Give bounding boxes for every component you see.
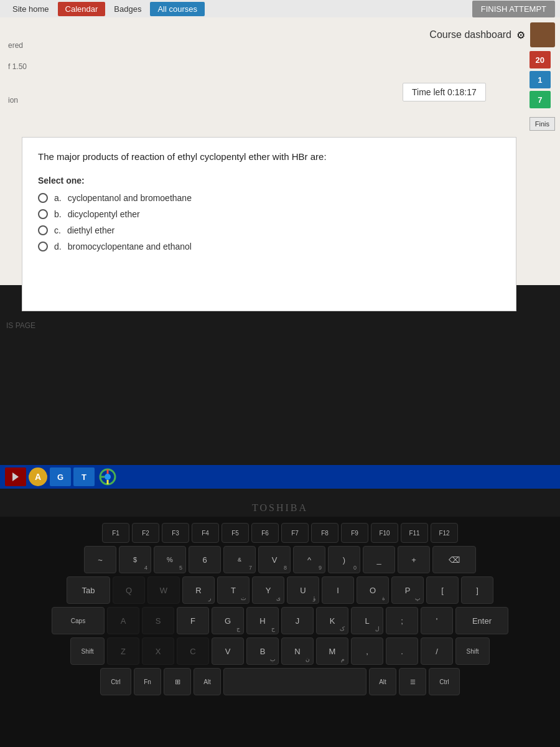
key-o[interactable]: Oة [357,576,389,604]
key-u[interactable]: Uؤ [287,576,319,604]
key-c[interactable]: C [177,637,209,665]
key-slash[interactable]: / [421,637,453,665]
key-f4[interactable]: F4 [192,523,219,543]
a-icon: A [35,472,41,482]
nav-all-courses[interactable]: All courses [150,2,205,16]
key-t[interactable]: Tت [217,576,250,604]
taskbar-btn-1[interactable] [5,467,26,486]
key-y[interactable]: Yی [252,576,284,604]
key-i[interactable]: I [322,576,354,604]
avatar [530,22,555,47]
key-m[interactable]: Mم [316,637,348,665]
key-period[interactable]: . [386,637,418,665]
taskbar-btn-4[interactable]: T [73,467,95,486]
key-b[interactable]: Bب [246,637,279,665]
nav-badges[interactable]: Badges [106,2,149,16]
key-enter[interactable]: Enter [455,607,508,634]
radio-d[interactable] [38,242,48,251]
radio-b[interactable] [38,209,48,219]
key-w[interactable]: W [147,576,180,604]
page-nav-label: IS PAGE [6,321,35,330]
taskbar-btn-2[interactable]: A [29,467,47,486]
key-alt-l[interactable]: Alt [194,668,221,695]
question-numbers: 20 1 7 Finis [530,51,555,131]
key-l[interactable]: Lل [351,607,383,634]
key-f1[interactable]: F1 [102,523,129,543]
option-c-id: c. [54,225,61,235]
svg-point-2 [105,474,111,480]
finish-side-btn[interactable]: Finis [530,117,555,131]
nav-site-home[interactable]: Site home [5,2,57,16]
key-shift-l[interactable]: Shift [70,637,105,665]
key-r[interactable]: Rر [182,576,215,604]
key-fn[interactable]: Fn [134,668,161,695]
key-5[interactable]: V8 [258,546,291,573]
key-f2[interactable]: F2 [132,523,159,543]
option-a-id: a. [54,193,62,203]
key-f7[interactable]: F7 [281,523,309,543]
number-badge-1: 1 [530,71,551,88]
taskbar-btn-3[interactable]: G [50,467,71,486]
key-6[interactable]: ^9 [293,546,325,573]
key-h[interactable]: Hح [246,607,279,634]
radio-c[interactable] [38,225,48,235]
key-shift-r[interactable]: Shift [455,637,490,665]
option-c[interactable]: c. diethyl ether [38,225,500,235]
radio-a[interactable] [38,193,48,203]
key-k[interactable]: Kک [316,607,348,634]
key-win[interactable]: ⊞ [164,668,191,695]
key-f3[interactable]: F3 [162,523,189,543]
option-a[interactable]: a. cyclopentanol and bromoethane [38,193,500,203]
marks-label: f 1.50 [8,62,27,71]
key-f9[interactable]: F9 [341,523,368,543]
key-a[interactable]: A [107,607,139,634]
key-tab[interactable]: Tab [67,576,110,604]
key-tilde[interactable]: ~ [84,546,116,573]
key-n[interactable]: Nن [281,637,314,665]
key-bracket-r[interactable]: ] [461,576,493,604]
key-4[interactable]: &7 [223,546,256,573]
key-ctrl-r[interactable]: Ctrl [429,668,460,695]
key-f5[interactable]: F5 [222,523,249,543]
key-ctrl-l[interactable]: Ctrl [100,668,131,695]
option-b[interactable]: b. dicyclopentyl ether [38,209,500,219]
key-p[interactable]: Pپ [391,576,424,604]
option-b-text: dicyclopentyl ether [68,209,140,219]
key-9[interactable]: + [398,546,430,573]
key-3[interactable]: 6 [189,546,221,573]
key-menu[interactable]: ☰ [399,668,426,695]
key-q[interactable]: Q [113,576,145,604]
key-v[interactable]: V [212,637,244,665]
option-d[interactable]: d. bromocyclopentane and ethanol [38,242,500,251]
key-quote[interactable]: ' [421,607,453,634]
option-b-id: b. [54,209,62,219]
finish-attempt-button[interactable]: FINISH ATTEMPT [472,1,555,17]
key-1[interactable]: $4 [119,546,151,573]
key-x[interactable]: X [142,637,174,665]
key-s[interactable]: S [142,607,174,634]
gear-icon[interactable]: ⚙ [516,29,525,41]
key-j[interactable]: J [281,607,314,634]
key-f6[interactable]: F6 [251,523,279,543]
key-semicolon[interactable]: ; [386,607,418,634]
key-caps[interactable]: Caps [52,607,105,634]
taskbar-btn-chrome[interactable] [97,467,118,486]
key-space[interactable] [223,668,366,695]
key-f10[interactable]: F10 [371,523,398,543]
key-comma[interactable]: , [351,637,383,665]
key-backspace[interactable]: ⌫ [432,546,476,573]
key-2[interactable]: %5 [154,546,186,573]
key-z[interactable]: Z [107,637,139,665]
key-f[interactable]: F [177,607,209,634]
g-icon: G [57,472,63,482]
key-f8[interactable]: F8 [311,523,338,543]
key-8[interactable]: _ [363,546,395,573]
key-g[interactable]: Gج [212,607,244,634]
option-a-text: cyclopentanol and bromoethane [68,193,192,203]
key-f11[interactable]: F11 [401,523,428,543]
key-f12[interactable]: F12 [431,523,458,543]
key-7[interactable]: )0 [328,546,360,573]
key-alt-r[interactable]: Alt [369,668,396,695]
key-bracket-l[interactable]: [ [426,576,459,604]
nav-calendar[interactable]: Calendar [58,2,106,16]
